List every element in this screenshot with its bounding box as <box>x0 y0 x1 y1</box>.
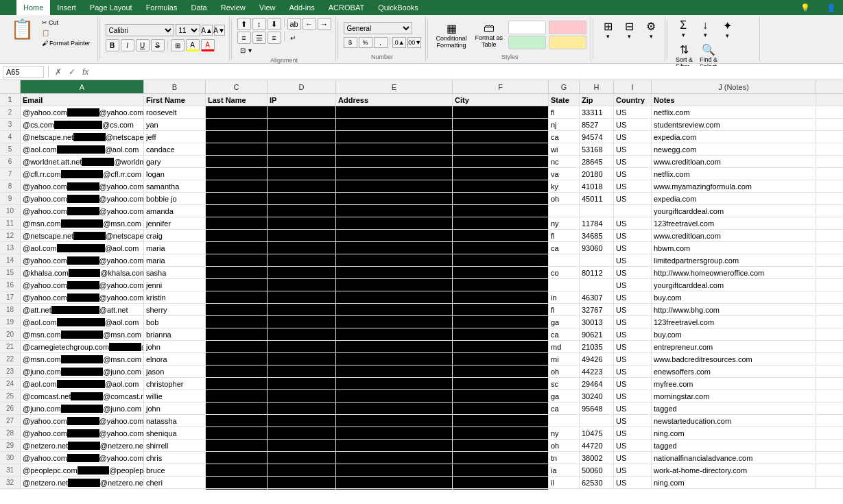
cell[interactable]: 28645 <box>580 156 614 167</box>
cell[interactable]: @yahoo.com■■■■■■■@yahoo.com <box>21 205 144 217</box>
cell[interactable] <box>206 143 268 155</box>
cell[interactable]: oh <box>549 193 580 204</box>
border-button[interactable]: ⊞ <box>171 39 185 51</box>
cell[interactable]: md <box>549 341 580 352</box>
cell[interactable] <box>336 291 453 303</box>
table-row[interactable]: 13@aol.com■■■■■■■@aol.commariaca93060USh… <box>0 242 843 254</box>
cell[interactable]: ny <box>549 217 580 229</box>
cell[interactable]: @khalsa.com■■■■■■■@khalsa.com <box>21 267 144 278</box>
cell[interactable]: City <box>453 94 549 106</box>
cell[interactable] <box>336 489 453 490</box>
cell[interactable]: 95648 <box>580 403 614 414</box>
cell[interactable]: 41018 <box>580 180 614 192</box>
cell[interactable] <box>206 365 268 377</box>
cell[interactable]: expedia.com <box>652 131 816 143</box>
cell[interactable]: ga <box>549 390 580 402</box>
table-row[interactable]: 6@worldnet.att.net■■■■■■■@worldnet.att.n… <box>0 156 843 168</box>
cell[interactable]: @netzero.net■■■■■■■@netzero.net <box>21 477 144 488</box>
cell[interactable]: 50060 <box>580 464 614 476</box>
cell[interactable] <box>206 304 268 315</box>
cell[interactable]: candace <box>144 143 206 155</box>
cell[interactable]: ky <box>549 180 580 192</box>
cell[interactable]: @peoplepc.com■■■■■■■@peoplepc.com <box>21 464 144 476</box>
indent-decrease-button[interactable]: ← <box>302 18 316 30</box>
cell[interactable]: US <box>614 131 652 143</box>
cell[interactable] <box>206 180 268 192</box>
cell[interactable] <box>206 254 268 266</box>
cell[interactable]: US <box>614 365 652 377</box>
cell[interactable] <box>268 193 336 204</box>
cell[interactable]: @yahoo.com■■■■■■■@yahoo.com <box>21 291 144 303</box>
cell[interactable]: US <box>614 156 652 167</box>
cell[interactable] <box>453 489 549 490</box>
cell[interactable] <box>453 143 549 155</box>
cell[interactable] <box>268 341 336 352</box>
cell[interactable]: cheri <box>144 477 206 488</box>
cell[interactable]: oh <box>549 365 580 377</box>
menu-page-layout[interactable]: Page Layout <box>83 0 139 15</box>
autosum-button[interactable]: Σ ▾ <box>673 18 693 40</box>
cell[interactable]: State <box>549 94 580 106</box>
cell[interactable]: amanda <box>144 205 206 217</box>
font-increase-button[interactable]: A▲ <box>202 25 213 36</box>
cell[interactable]: @netscape.net■■■■■■■@netscape.net <box>21 230 144 241</box>
menu-user[interactable]: 👤 <box>820 3 843 12</box>
table-row[interactable]: 4@netscape.net■■■■■■■@netscape.netjeffca… <box>0 131 843 143</box>
cell[interactable]: 32767 <box>580 304 614 315</box>
menu-view[interactable]: View <box>252 0 283 15</box>
cell[interactable]: US <box>614 316 652 328</box>
cell[interactable]: @yahoo.com■■■■■■■@yahoo.com <box>21 180 144 192</box>
indent-increase-button[interactable]: → <box>318 18 331 30</box>
cell[interactable] <box>336 403 453 414</box>
table-row[interactable]: 8@yahoo.com■■■■■■■@yahoo.comsamanthaky41… <box>0 180 843 193</box>
format-table-button[interactable]: 🗃 Format asTable <box>473 21 506 49</box>
cell[interactable] <box>453 205 549 217</box>
cell[interactable]: ca <box>549 131 580 143</box>
cell[interactable] <box>453 242 549 254</box>
col-header-e[interactable]: E <box>336 80 453 93</box>
cell[interactable]: US <box>614 477 652 488</box>
cell[interactable]: US <box>614 168 652 180</box>
col-header-d[interactable]: D <box>268 80 336 93</box>
cell[interactable]: logan <box>144 168 206 180</box>
cell[interactable] <box>336 477 453 488</box>
cell[interactable] <box>336 279 453 291</box>
cell[interactable] <box>206 193 268 204</box>
cell[interactable]: 45011 <box>580 193 614 204</box>
menu-review[interactable]: Review <box>214 0 252 15</box>
cell[interactable]: @yahoo.com■■■■■■■@yahoo.com <box>21 415 144 427</box>
cell[interactable]: @aol.com■■■■■■■@aol.com <box>21 378 144 389</box>
cell[interactable]: tagged <box>652 440 816 451</box>
style-good-button[interactable] <box>508 36 546 49</box>
cell[interactable] <box>206 378 268 389</box>
cell[interactable] <box>336 242 453 254</box>
cell[interactable]: @aol.com■■■■■■■@aol.com <box>21 143 144 155</box>
cell[interactable] <box>453 106 549 118</box>
percent-button[interactable]: % <box>359 37 372 48</box>
cell[interactable]: elnora <box>144 353 206 365</box>
cell[interactable] <box>549 279 580 291</box>
cell[interactable] <box>268 427 336 439</box>
insert-cells-button[interactable]: ⊞ ▾ <box>599 18 617 42</box>
cell[interactable] <box>336 304 453 315</box>
cell[interactable] <box>268 230 336 241</box>
cell[interactable] <box>268 415 336 427</box>
cell[interactable] <box>268 180 336 192</box>
cell[interactable]: @worldnet.att.net■■■■■■■@worldnet.att.ne… <box>21 156 144 167</box>
cell[interactable]: kristin <box>144 291 206 303</box>
cell[interactable] <box>453 180 549 192</box>
cell[interactable]: nc <box>549 156 580 167</box>
table-row[interactable]: 19@aol.com■■■■■■■@aol.combobga30013US123… <box>0 316 843 328</box>
cell[interactable]: US <box>614 415 652 427</box>
cell[interactable] <box>453 193 549 204</box>
decrease-decimal-button[interactable]: .00▼ <box>407 37 421 48</box>
cell[interactable]: nationalfinancialadvance.com <box>652 452 816 464</box>
cell[interactable]: fl <box>549 304 580 315</box>
cell[interactable]: 28806 <box>580 489 614 490</box>
cell[interactable]: @juno.com■■■■■■■@juno.com <box>21 365 144 377</box>
cell[interactable] <box>268 378 336 389</box>
cell[interactable]: ny <box>549 427 580 439</box>
cell[interactable] <box>206 477 268 488</box>
cell[interactable]: US <box>614 304 652 315</box>
cell[interactable]: Notes <box>652 94 816 106</box>
